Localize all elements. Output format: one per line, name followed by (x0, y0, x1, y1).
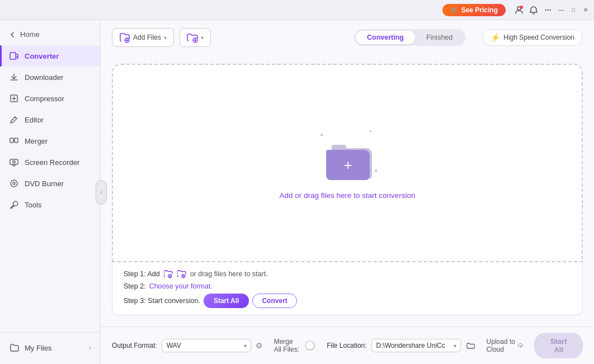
notification-icon[interactable] (529, 6, 538, 15)
profile-icon[interactable] (515, 6, 524, 15)
merge-all-field: Merge All Files: (274, 338, 315, 353)
minimize-button[interactable]: — (557, 6, 565, 14)
add-folder-chevron: ▾ (201, 35, 204, 41)
add-folder-button[interactable]: ▾ (180, 28, 211, 47)
convert-button[interactable]: Convert (252, 294, 296, 308)
upload-cloud-label: Upload to Cloud (487, 338, 516, 353)
tab-finished[interactable]: Finished (415, 31, 464, 44)
folder-plus-icon: + (343, 158, 352, 172)
step-3: Step 3: Start conversion. Start All Conv… (124, 294, 571, 308)
svg-point-2 (545, 9, 546, 10)
step-2: Step 2: Choose your format. (124, 282, 571, 290)
start-all-button[interactable]: Start All (204, 294, 249, 308)
output-format-select-wrapper: WAV MP3 AAC FLAC MP4 ▾ (162, 339, 251, 352)
sparkle-icon-3: ✦ (374, 168, 378, 174)
step-1: Step 1: Add (124, 269, 571, 279)
sidebar-bottom: My Files › (0, 332, 100, 358)
see-pricing-button[interactable]: 🛒 See Pricing (442, 4, 506, 16)
add-files-chevron: ▾ (164, 35, 167, 41)
tab-converting[interactable]: Converting (356, 31, 415, 44)
high-speed-label: High Speed Conversion (503, 34, 574, 41)
downloader-label: Downloader (25, 73, 63, 82)
svg-point-11 (11, 180, 17, 187)
svg-point-1 (520, 6, 523, 9)
sidebar-item-compressor[interactable]: Compressor (0, 88, 100, 109)
file-location-select-wrapper: D:\Wondershare UniConverter... ▾ (371, 339, 461, 352)
chevron-left-icon (9, 31, 16, 38)
dvd-burner-label: DVD Burner (25, 179, 64, 188)
step1-prefix: Step 1: Add (124, 270, 160, 278)
toolbar: Add Files ▾ ▾ Converting Finished (101, 20, 594, 53)
my-files-icon (9, 343, 19, 353)
sparkle-icon-2: ✦ (369, 129, 373, 134)
svg-point-4 (550, 9, 551, 10)
svg-point-3 (548, 9, 549, 10)
file-location-field: File Location: D:\Wondershare UniConvert… (327, 339, 475, 352)
drop-zone[interactable]: ✦ ✦ + ✦ Add or drag files here to start … (112, 64, 583, 262)
step1-add-folder-icon (177, 269, 187, 279)
see-pricing-label: See Pricing (461, 6, 498, 14)
add-folder-icon (187, 32, 198, 43)
compressor-icon (9, 93, 19, 103)
folder-illustration: ✦ ✦ + ✦ (314, 126, 381, 182)
app-container: Home Converter Downloader (0, 20, 594, 364)
home-label: Home (20, 30, 40, 39)
bolt-icon: ⚡ (491, 33, 500, 42)
svg-rect-5 (10, 53, 16, 59)
add-files-label: Add Files (133, 34, 161, 41)
output-format-select[interactable]: WAV MP3 AAC FLAC MP4 (162, 339, 251, 352)
step1-add-file-icon (163, 269, 173, 279)
sidebar-item-screen-recorder[interactable]: Screen Recorder (0, 152, 100, 173)
maximize-button[interactable]: □ (569, 6, 577, 14)
main-content: Add Files ▾ ▾ Converting Finished (101, 20, 594, 364)
editor-label: Editor (25, 116, 44, 124)
step2-prefix: Step 2: (124, 282, 146, 290)
sidebar: Home Converter Downloader (0, 20, 101, 364)
sidebar-item-downloader[interactable]: Downloader (0, 67, 100, 88)
drop-zone-text: Add or drag files here to start conversi… (279, 191, 415, 200)
merger-icon (9, 136, 19, 146)
format-settings-icon[interactable]: ⚙ (256, 341, 263, 350)
add-files-button[interactable]: Add Files ▾ (112, 28, 174, 47)
bottom-bar: Output Format: WAV MP3 AAC FLAC MP4 ▾ ⚙ … (101, 327, 594, 364)
sidebar-item-converter[interactable]: Converter (0, 45, 100, 67)
add-file-icon (119, 32, 130, 43)
sidebar-collapse-button[interactable]: ‹ (96, 180, 107, 205)
screen-recorder-icon (9, 157, 19, 167)
converter-icon (9, 51, 19, 61)
svg-rect-9 (10, 159, 18, 164)
svg-rect-7 (10, 138, 13, 143)
tools-label: Tools (25, 201, 41, 209)
drop-zone-area: ✦ ✦ + ✦ Add or drag files here to start … (101, 53, 594, 327)
step3-prefix: Step 3: Start conversion. (124, 297, 200, 305)
cart-icon: 🛒 (450, 6, 459, 14)
browse-folder-button[interactable] (466, 341, 475, 350)
merge-all-label: Merge All Files: (274, 338, 301, 353)
compressor-label: Compressor (25, 94, 64, 103)
sidebar-item-editor[interactable]: Editor (0, 109, 100, 130)
output-format-field: Output Format: WAV MP3 AAC FLAC MP4 ▾ ⚙ (112, 339, 263, 352)
tab-switcher: Converting Finished (354, 29, 465, 46)
bottom-start-all-button[interactable]: Start All (534, 333, 583, 358)
step2-link[interactable]: Choose your format. (149, 282, 213, 290)
converter-label: Converter (25, 52, 59, 60)
my-files-chevron: › (89, 344, 91, 351)
file-location-select[interactable]: D:\Wondershare UniConverter... (371, 339, 461, 352)
editor-icon (9, 115, 19, 125)
sidebar-item-my-files[interactable]: My Files › (0, 337, 100, 358)
steps-area: Step 1: Add (112, 262, 583, 315)
file-location-label: File Location: (327, 342, 366, 349)
high-speed-button[interactable]: ⚡ High Speed Conversion (482, 29, 583, 46)
title-bar: 🛒 See Pricing — □ ✕ (0, 0, 594, 20)
title-bar-icons (515, 6, 553, 15)
close-button[interactable]: ✕ (582, 6, 590, 14)
sidebar-item-tools[interactable]: Tools (0, 194, 100, 215)
tools-icon (9, 200, 19, 210)
merge-toggle-switch[interactable] (305, 341, 315, 351)
menu-icon[interactable] (544, 6, 553, 15)
svg-rect-8 (15, 138, 18, 143)
upload-cloud-field[interactable]: Upload to Cloud (487, 338, 524, 353)
sidebar-item-merger[interactable]: Merger (0, 130, 100, 152)
sidebar-item-home[interactable]: Home (0, 26, 100, 43)
sidebar-item-dvd-burner[interactable]: DVD Burner (0, 173, 100, 194)
